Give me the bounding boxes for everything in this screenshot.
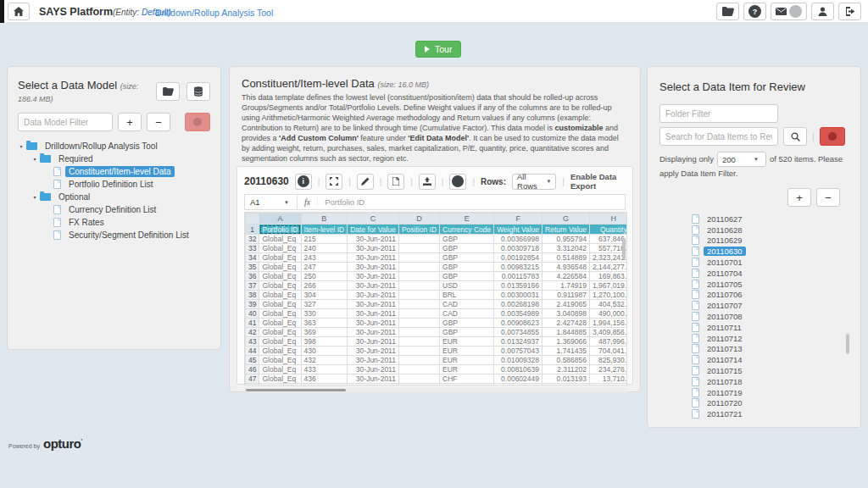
header-cell[interactable]: Item-level ID: [301, 225, 348, 235]
data-cell[interactable]: [398, 356, 439, 365]
data-cell[interactable]: 243: [301, 253, 348, 263]
folder-button[interactable]: [716, 3, 739, 20]
header-cell[interactable]: Weight Value: [494, 225, 542, 235]
data-cell[interactable]: 0.00366998: [494, 235, 542, 244]
data-cell[interactable]: Global_Eq: [259, 365, 301, 374]
list-item[interactable]: 20110701: [692, 257, 860, 268]
data-cell[interactable]: 30-Jun-2011: [348, 365, 399, 374]
list-item[interactable]: 20110718: [692, 376, 860, 387]
data-cell[interactable]: 0.013193: [542, 374, 590, 384]
data-model-filter-input[interactable]: [18, 113, 113, 131]
data-cell[interactable]: 30-Jun-2011: [348, 374, 399, 384]
data-cell[interactable]: GBP: [440, 263, 494, 272]
header-cell[interactable]: Return Value: [542, 225, 590, 235]
data-cell[interactable]: 30-Jun-2011: [348, 309, 399, 319]
header-cell[interactable]: Currency Code: [440, 225, 494, 235]
data-cell[interactable]: CAD: [440, 300, 494, 309]
tree-item-selected[interactable]: Constituent/Item-level Data: [16, 165, 215, 178]
data-cell[interactable]: 30-Jun-2011: [348, 253, 399, 263]
data-cell[interactable]: 0.00810639: [494, 365, 542, 374]
header-cell[interactable]: Portfolio ID: [259, 225, 301, 235]
row-number[interactable]: 48: [246, 384, 259, 386]
data-cell[interactable]: [398, 374, 439, 384]
data-cell[interactable]: 1,994,156.00: [590, 319, 628, 328]
data-cell[interactable]: Global_Eq: [259, 253, 301, 263]
data-cell[interactable]: 2.311202: [542, 365, 590, 374]
chevron-down-icon[interactable]: ▾: [30, 194, 40, 200]
data-cell[interactable]: 0.01359166: [494, 281, 542, 291]
data-cell[interactable]: 30-Jun-2011: [348, 356, 399, 365]
data-cell[interactable]: 234,276.00: [590, 365, 628, 374]
row-number[interactable]: 41: [246, 319, 259, 328]
data-cell[interactable]: 3.040898: [542, 309, 590, 319]
list-item[interactable]: 20110714: [692, 354, 860, 365]
data-cell[interactable]: GBP: [440, 253, 494, 263]
display-count-select[interactable]: 200▼: [717, 152, 766, 167]
data-cell[interactable]: 825,930.00: [590, 356, 628, 365]
data-cell[interactable]: 240: [301, 244, 348, 253]
row-number[interactable]: 36: [246, 272, 259, 281]
data-cell[interactable]: [398, 281, 439, 291]
data-cell[interactable]: 30-Jun-2011: [348, 328, 399, 337]
list-item[interactable]: 20110707: [692, 300, 860, 311]
row-number[interactable]: 1: [246, 225, 259, 235]
data-cell[interactable]: Global_Eq: [259, 272, 301, 281]
data-cell[interactable]: EUR: [440, 365, 494, 374]
data-cell[interactable]: Global_Eq: [259, 244, 301, 253]
data-cell[interactable]: EUR: [440, 347, 494, 356]
database-button[interactable]: [186, 82, 210, 101]
data-cell[interactable]: [398, 309, 439, 319]
data-cell[interactable]: 1,270,100.00: [590, 291, 628, 300]
row-number[interactable]: 33: [246, 244, 259, 253]
chevron-down-icon[interactable]: ▾: [30, 156, 40, 162]
cell-reference-select[interactable]: A1▼: [245, 195, 298, 209]
list-item[interactable]: 20110715: [692, 365, 860, 376]
scrollbar-thumb[interactable]: [246, 389, 346, 391]
tree-item[interactable]: Portfolio Definition List: [16, 178, 215, 191]
data-cell[interactable]: 30-Jun-2011: [348, 337, 399, 347]
data-cell[interactable]: 304: [301, 291, 348, 300]
data-cell[interactable]: 0.586856: [542, 356, 590, 365]
row-number[interactable]: 35: [246, 263, 259, 272]
data-cell[interactable]: Global_Eq: [259, 374, 301, 384]
data-cell[interactable]: 0.00757043: [494, 347, 542, 356]
data-cell[interactable]: 13,710.00: [590, 374, 628, 384]
list-item[interactable]: 20110629: [692, 236, 860, 247]
row-number[interactable]: 34: [246, 253, 259, 263]
row-number[interactable]: 46: [246, 365, 259, 374]
clear-model-filter-button[interactable]: [185, 113, 210, 131]
data-cell[interactable]: USD: [440, 281, 494, 291]
data-cell[interactable]: [398, 384, 439, 386]
tour-button[interactable]: Tour: [415, 41, 461, 58]
data-cell[interactable]: 490: [301, 384, 348, 386]
data-cell[interactable]: 215: [301, 235, 348, 244]
data-cell[interactable]: 404,532.00: [590, 300, 628, 309]
data-cell[interactable]: 1.74919: [542, 281, 590, 291]
data-cell[interactable]: 487,996.00: [590, 337, 628, 347]
data-cell[interactable]: 30-Jun-2011: [348, 235, 399, 244]
list-item[interactable]: 20110720: [692, 398, 860, 409]
data-cell[interactable]: 363: [301, 319, 348, 328]
data-cell[interactable]: 266: [301, 281, 348, 291]
data-cell[interactable]: EGP: [440, 384, 494, 386]
collapse-tree-button[interactable]: −: [147, 113, 170, 131]
data-cell[interactable]: 0.955794: [542, 235, 590, 244]
data-cell[interactable]: [398, 235, 439, 244]
data-cell[interactable]: Global_Eq: [259, 281, 301, 291]
data-cell[interactable]: 0.00734855: [494, 328, 542, 337]
row-number[interactable]: 45: [246, 356, 259, 365]
data-cell[interactable]: [398, 337, 439, 347]
list-item[interactable]: 20110705: [692, 279, 860, 290]
search-button[interactable]: [783, 127, 807, 146]
data-cell[interactable]: 0.00309718: [494, 244, 542, 253]
data-cell[interactable]: 30-Jun-2011: [348, 263, 399, 272]
home-button[interactable]: [8, 3, 30, 20]
data-cell[interactable]: Global_Eq: [259, 291, 301, 300]
row-number[interactable]: 39: [246, 300, 259, 309]
data-cell[interactable]: 369: [301, 328, 348, 337]
tree-item[interactable]: FX Rates: [16, 216, 215, 229]
column-letter[interactable]: C: [348, 214, 399, 225]
data-cell[interactable]: [398, 300, 439, 309]
item-list-scrollbar[interactable]: [846, 334, 849, 354]
row-number[interactable]: 38: [246, 291, 259, 300]
